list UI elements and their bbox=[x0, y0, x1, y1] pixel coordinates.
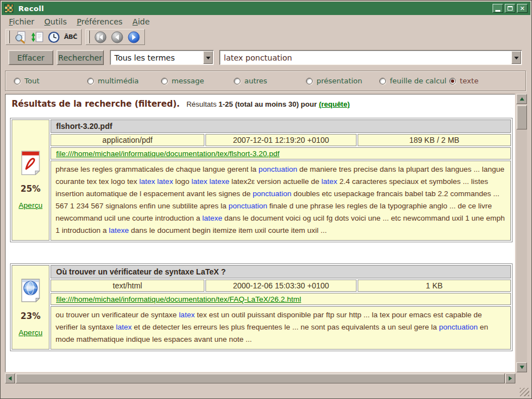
results-list: Résultats de la recherche (filtered).Rés… bbox=[5, 94, 515, 372]
result-mime: text/html bbox=[51, 280, 204, 292]
radio-icon bbox=[234, 78, 240, 84]
scroll-down-button[interactable] bbox=[516, 362, 527, 372]
maximize-button[interactable] bbox=[505, 4, 515, 13]
resize-grip[interactable] bbox=[520, 388, 529, 396]
filter-radio-tout[interactable]: Tout bbox=[14, 77, 87, 85]
search-mode-value: Tous les termes bbox=[111, 51, 203, 64]
html-file-icon bbox=[19, 278, 42, 304]
maximize-icon bbox=[508, 6, 513, 11]
radio-icon bbox=[449, 78, 456, 84]
window-title: Recoll bbox=[18, 4, 44, 13]
toolbar-group-tools: ÂBĈ bbox=[6, 29, 82, 45]
go-next-icon bbox=[127, 31, 140, 44]
term-explorer-button[interactable]: ÂBĈ bbox=[62, 30, 79, 44]
search-input[interactable] bbox=[220, 51, 511, 64]
vertical-scrollbar[interactable] bbox=[516, 94, 527, 372]
result-size: 1 KB bbox=[358, 280, 511, 292]
results-title: Résultats de la recherche (filtered). bbox=[12, 99, 180, 109]
radio-icon bbox=[14, 78, 21, 84]
chevron-down-icon[interactable] bbox=[511, 51, 521, 64]
document-search-icon bbox=[13, 31, 28, 44]
scroll-left-button[interactable] bbox=[5, 373, 15, 383]
search-mode-select[interactable]: Tous les termes bbox=[110, 50, 214, 65]
filter-radio-texte[interactable]: texte bbox=[449, 77, 479, 85]
filter-radio-multimedia[interactable]: multimédia bbox=[87, 77, 161, 85]
result-mime: application/pdf bbox=[51, 134, 204, 146]
chevron-down-icon[interactable] bbox=[203, 51, 213, 64]
result-url-link[interactable]: file:///home/michael/informatique/docume… bbox=[56, 149, 279, 158]
result-date: 2007-12-01 12:19:20 +0100 bbox=[205, 134, 357, 146]
filter-radio-message[interactable]: message bbox=[161, 77, 234, 85]
results-count-prefix: Résultats bbox=[187, 100, 217, 108]
go-first-icon bbox=[94, 31, 107, 44]
preview-link[interactable]: Aperçu bbox=[19, 201, 43, 210]
menu-preferences[interactable]: Préférences bbox=[72, 17, 127, 27]
result-snippet: phrase les regles grammaticales de chaqu… bbox=[51, 161, 511, 241]
category-filter-bar: Tout multimédia message autres présentat… bbox=[5, 71, 526, 91]
scroll-up-button[interactable] bbox=[516, 94, 527, 104]
relevance-percent: 25% bbox=[21, 184, 41, 194]
title-bar: Recoll ✕ bbox=[2, 2, 530, 15]
close-button[interactable]: ✕ bbox=[517, 4, 528, 13]
recoll-app-icon bbox=[4, 4, 13, 13]
sort-results-button[interactable] bbox=[29, 30, 46, 44]
menu-bar: Fichier Outils Préférences Aide bbox=[2, 16, 530, 28]
scroll-right-button[interactable] bbox=[505, 373, 515, 383]
clear-button[interactable]: Effacer bbox=[8, 50, 53, 65]
result-snippet: ou trouver un verificateur de syntaxe la… bbox=[51, 306, 511, 350]
toolbar-grip[interactable] bbox=[88, 31, 90, 43]
radio-icon bbox=[379, 78, 386, 84]
menu-fichier[interactable]: Fichier bbox=[4, 17, 39, 27]
query-link[interactable]: (requête) bbox=[319, 100, 350, 108]
radio-icon bbox=[87, 78, 94, 84]
result-item-2: 23% Aperçu Où trouver un vérificateur de… bbox=[10, 263, 513, 351]
clock-icon bbox=[47, 31, 61, 44]
result-item-1: 25% Aperçu flshort-3.20.pdf application/… bbox=[10, 118, 513, 242]
arrow-down-icon bbox=[520, 366, 524, 369]
search-button[interactable]: Rechercher bbox=[57, 50, 104, 65]
go-first-page-button[interactable] bbox=[92, 30, 109, 44]
vertical-scroll-thumb[interactable] bbox=[516, 105, 527, 129]
go-next-page-button[interactable] bbox=[126, 30, 142, 44]
recoll-window: Recoll ✕ Fichier Outils Préférences Aide bbox=[0, 0, 532, 399]
result-title: flshort-3.20.pdf bbox=[51, 119, 511, 133]
result-url-link[interactable]: file:///home/michael/informatique/docume… bbox=[56, 295, 301, 303]
filter-radio-feuille-de-calcul[interactable]: feuille de calcul bbox=[379, 77, 449, 85]
radio-icon bbox=[306, 78, 313, 84]
spellcheck-icon: ÂBĈ bbox=[64, 33, 77, 41]
go-previous-page-button[interactable] bbox=[109, 30, 126, 44]
pdf-file-icon bbox=[19, 151, 42, 177]
results-header: Résultats de la recherche (filtered).Rés… bbox=[12, 99, 511, 109]
minimize-icon bbox=[495, 10, 500, 12]
document-sort-icon bbox=[30, 31, 44, 44]
go-previous-icon bbox=[111, 31, 124, 44]
result-size: 189 KB / 2 MB bbox=[358, 134, 511, 146]
toolbar-grip[interactable] bbox=[8, 31, 10, 43]
toolbar: ÂBĈ bbox=[2, 28, 145, 46]
horizontal-scrollbar[interactable] bbox=[5, 373, 515, 383]
minimize-button[interactable] bbox=[493, 4, 503, 13]
menu-aide[interactable]: Aide bbox=[128, 17, 155, 27]
result-date: 2000-12-06 15:03:30 +0100 bbox=[205, 280, 357, 292]
arrow-right-icon bbox=[509, 376, 512, 381]
filter-radio-autres[interactable]: autres bbox=[234, 77, 306, 85]
search-query-combo bbox=[219, 50, 522, 65]
radio-icon bbox=[161, 78, 168, 84]
relevance-percent: 23% bbox=[21, 311, 41, 321]
results-count-range: 1-25 (total au moins 30) pour bbox=[219, 100, 317, 108]
arrow-up-icon bbox=[520, 97, 524, 101]
close-icon: ✕ bbox=[520, 6, 525, 12]
history-button[interactable] bbox=[46, 30, 62, 44]
menu-outils[interactable]: Outils bbox=[39, 17, 72, 27]
preview-link[interactable]: Aperçu bbox=[19, 328, 43, 337]
filter-radio-presentation[interactable]: présentation bbox=[306, 77, 379, 85]
toolbar-group-navigation bbox=[86, 29, 145, 45]
horizontal-scroll-thumb[interactable] bbox=[16, 373, 505, 383]
arrow-left-icon bbox=[8, 376, 12, 381]
preview-document-button[interactable] bbox=[12, 30, 29, 44]
search-controls: Effacer Rechercher Tous les termes bbox=[8, 50, 522, 65]
result-title: Où trouver un vérificateur de syntaxe La… bbox=[51, 265, 511, 278]
